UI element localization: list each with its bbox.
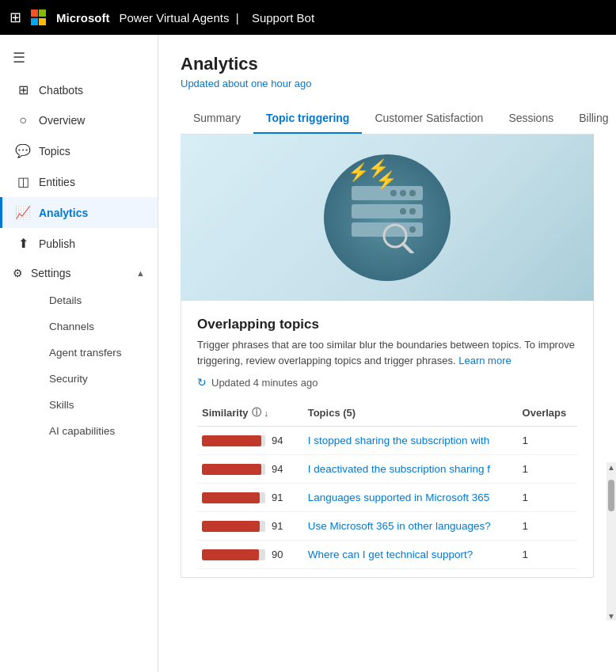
similarity-value: 94 [272,463,287,475]
sidebar-label-settings: Settings [31,267,71,279]
similarity-bar [202,549,259,560]
refresh-icon: ↻ [197,376,207,389]
sidebar-item-publish[interactable]: ⬆ Publish [0,228,158,259]
similarity-sort-icon[interactable]: ↓ [264,408,269,418]
lightning-icon-3: ⚡ [375,170,397,191]
sidebar-label-overview: Overview [39,114,85,127]
sidebar-item-settings[interactable]: ⚙ Settings ▲ [0,259,158,287]
overlaps-cell-1: 1 [518,455,577,484]
similarity-cell-4: 90 [197,541,303,569]
svg-point-2 [400,190,406,196]
similarity-bar [202,435,261,446]
similarity-bar [202,464,261,475]
overlaps-cell-4: 1 [518,541,577,569]
lightning-icon-1: ⚡ [348,162,369,183]
topbar: ⊞ Microsoft Power Virtual Agents | Suppo… [0,0,616,35]
hamburger-menu[interactable]: ☰ [0,41,158,74]
learn-more-link[interactable]: Learn more [458,355,511,366]
similarity-value: 94 [272,435,287,446]
grid-icon[interactable]: ⊞ [10,9,21,26]
analytics-tabs: Summary Topic triggering Customer Satisf… [181,104,594,135]
topic-cell-0[interactable]: I stopped sharing the subscription with [303,427,518,455]
chevron-up-icon: ▲ [136,268,145,278]
similarity-info-icon[interactable]: ⓘ [252,406,261,420]
microsoft-brand: Microsoft [56,11,110,25]
sidebar-item-topics[interactable]: 💬 Topics [0,135,158,166]
topic-cell-4[interactable]: Where can I get technical support? [303,541,518,569]
table-row[interactable]: 91 Languages supported in Microsoft 3651 [197,484,577,512]
similarity-bar-bg [202,464,265,475]
sidebar-item-ai-capabilities[interactable]: AI capabilities [36,418,158,444]
tab-topic-triggering[interactable]: Topic triggering [253,104,363,134]
table-row[interactable]: 94 I deactivated the subscription sharin… [197,455,577,484]
sidebar-label-publish: Publish [39,237,75,250]
chatbots-icon: ⊞ [15,82,31,97]
publish-icon: ⬆ [15,236,31,251]
col-similarity-header: Similarity ⓘ ↓ [197,400,303,427]
sidebar-item-details[interactable]: Details [36,287,158,313]
similarity-bar [202,521,260,532]
sidebar-item-security[interactable]: Security [36,366,158,392]
sidebar-item-entities[interactable]: ◫ Entities [0,166,158,197]
overlaps-cell-3: 1 [518,512,577,541]
similarity-bar [202,492,260,503]
table-row[interactable]: 94 I stopped sharing the subscription wi… [197,427,577,455]
topic-illustration: ⚡ ⚡ ⚡ [181,135,594,301]
sidebar-item-agent-transfers[interactable]: Agent transfers [36,340,158,366]
similarity-bar-bg [202,521,265,532]
analytics-icon: 📈 [15,205,31,220]
app-name: Power Virtual Agents | [120,11,242,25]
sidebar-item-overview[interactable]: ○ Overview [0,105,158,135]
similarity-cell-3: 91 [197,512,303,541]
tab-sessions[interactable]: Sessions [496,104,566,134]
sidebar-item-chatbots[interactable]: ⊞ Chatbots [0,74,158,105]
scroll-thumb[interactable] [608,480,614,511]
scroll-up-arrow[interactable]: ▲ [606,462,616,472]
sidebar-label-analytics: Analytics [39,207,88,219]
sidebar-item-channels[interactable]: Channels [36,313,158,340]
settings-submenu: Details Channels Agent transfers Securit… [0,287,158,444]
overlaps-cell-0: 1 [518,427,577,455]
tab-billing[interactable]: Billing [566,104,616,134]
svg-point-1 [409,190,416,196]
topic-cell-2[interactable]: Languages supported in Microsoft 365 [303,484,518,512]
page-title: Analytics [181,54,594,74]
sidebar-label-topics: Topics [39,145,70,158]
section-description: Trigger phrases that are too similar blu… [197,337,577,368]
topics-icon: 💬 [15,143,31,158]
updated-label: Updated 4 minutes ago [211,377,318,389]
server-svg [348,182,427,253]
col-topics-header: Topics (5) [303,400,518,427]
sidebar-item-skills[interactable]: Skills [36,392,158,418]
sidebar-item-analytics[interactable]: 📈 Analytics [0,197,158,228]
table-row[interactable]: 91 Use Microsoft 365 in other languages?… [197,512,577,541]
content-area: Overlapping topics Trigger phrases that … [181,301,594,578]
col-overlaps-header: Overlaps [518,400,577,427]
sidebar-label-chatbots: Chatbots [39,84,83,97]
similarity-bar-bg [202,549,265,560]
tab-customer-satisfaction[interactable]: Customer Satisfaction [362,104,496,134]
svg-line-10 [403,244,413,253]
similarity-bar-bg [202,492,265,503]
tab-summary[interactable]: Summary [181,104,253,134]
similarity-cell-1: 94 [197,455,303,484]
sidebar-label-entities: Entities [39,176,75,188]
microsoft-logo [31,9,47,25]
table-row[interactable]: 90 Where can I get technical support?1 [197,541,577,569]
svg-point-5 [409,208,416,215]
sidebar: ☰ ⊞ Chatbots ○ Overview 💬 Topics ◫ Entit… [0,35,158,672]
overlaps-cell-2: 1 [518,484,577,512]
settings-icon: ⚙ [13,267,23,279]
similarity-value: 91 [272,492,287,503]
topic-cell-3[interactable]: Use Microsoft 365 in other languages? [303,512,518,541]
page-subtitle: Updated about one hour ago [181,78,594,89]
overview-icon: ○ [15,113,31,127]
overlapping-topics-table: Similarity ⓘ ↓ Topics (5) Overlaps [197,400,577,569]
updated-row: ↻ Updated 4 minutes ago [197,376,577,389]
circle-bg: ⚡ ⚡ ⚡ [324,154,451,281]
scroll-down-arrow[interactable]: ▼ [606,611,616,621]
scrollbar[interactable]: ▲ ▼ [606,462,616,621]
topic-cell-1[interactable]: I deactivated the subscription sharing f [303,455,518,484]
main-content: Analytics Updated about one hour ago Sum… [158,35,616,672]
section-desc-text: Trigger phrases that are too similar blu… [197,339,575,366]
